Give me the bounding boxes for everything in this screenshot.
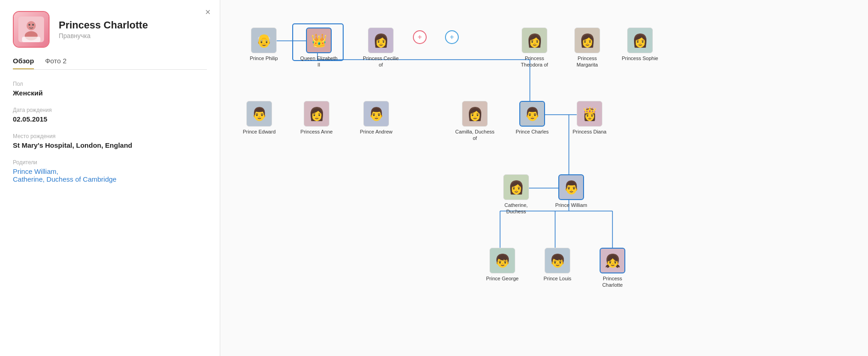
detail-panel: × Princess Charlotte Правнучка Обзор Фот — [0, 0, 220, 356]
tree-node-camilla[interactable]: 👩Camilla, Duchess of — [454, 101, 495, 142]
tree-node-elizabeth[interactable]: 👑Queen Elizabeth II — [298, 28, 339, 68]
svg-point-4 — [28, 24, 30, 26]
tree-node-margarita[interactable]: 👩Princess Margarita — [567, 28, 608, 68]
parent2-link[interactable]: Catherine, Duchess of Cambridge — [13, 175, 207, 183]
node-avatar-theodora: 👩 — [522, 28, 547, 53]
tab-photos[interactable]: Фото 2 — [45, 57, 67, 69]
node-label-louis: Prince Louis — [544, 275, 572, 282]
tree-node-anne[interactable]: 👩Princess Anne — [296, 101, 337, 135]
tree-node-catherine[interactable]: 👩Catherine, Duchess — [495, 174, 537, 215]
svg-rect-3 — [22, 37, 40, 42]
tree-canvas: 👴Prince Philip👑Queen Elizabeth II👩Prince… — [220, 0, 868, 356]
node-label-philip: Prince Philip — [250, 55, 278, 61]
field-birth-date: Дата рождения 02.05.2015 — [13, 107, 207, 123]
tree-node-edward[interactable]: 👨Prince Edward — [239, 101, 280, 135]
node-label-charles: Prince Charles — [516, 128, 549, 135]
tab-overview[interactable]: Обзор — [13, 57, 34, 69]
profile-header: Princess Charlotte Правнучка — [13, 11, 207, 48]
node-label-cecilie: Princess Cecilie of — [361, 55, 401, 68]
tree-node-charlotte[interactable]: 👧Princess Charlotte — [592, 248, 633, 289]
node-label-anne: Princess Anne — [300, 128, 333, 135]
tree-node-theodora[interactable]: 👩Princess Theodora of — [514, 28, 555, 68]
node-label-charlotte: Princess Charlotte — [592, 275, 633, 289]
birth-date-value: 02.05.2015 — [13, 115, 207, 123]
profile-name: Princess Charlotte — [59, 19, 148, 31]
node-label-sophie: Princess Sophie — [622, 55, 658, 61]
svg-point-5 — [32, 24, 34, 26]
node-label-catherine: Catherine, Duchess — [496, 202, 536, 215]
field-birth-place: Место рождения St Mary's Hospital, Londo… — [13, 133, 207, 149]
node-avatar-elizabeth: 👑 — [306, 28, 332, 53]
gender-label: Пол — [13, 81, 207, 87]
parents-label: Родители — [13, 159, 207, 166]
node-avatar-george: 👦 — [490, 248, 515, 273]
node-avatar-william: 👨 — [558, 174, 584, 200]
add-blue[interactable]: + — [445, 30, 459, 44]
node-avatar-anne: 👩 — [304, 101, 329, 127]
close-button[interactable]: × — [205, 7, 211, 17]
node-avatar-charles: 👨 — [519, 101, 545, 127]
birth-place-label: Место рождения — [13, 133, 207, 139]
node-label-theodora: Princess Theodora of — [514, 55, 555, 68]
gender-value: Женский — [13, 89, 207, 97]
svg-point-1 — [27, 21, 36, 30]
node-avatar-philip: 👴 — [251, 28, 277, 53]
node-label-margarita: Princess Margarita — [567, 55, 607, 68]
tree-node-sophie[interactable]: 👩Princess Sophie — [619, 28, 661, 61]
node-avatar-camilla: 👩 — [462, 101, 488, 127]
tree-node-cecilie[interactable]: 👩Princess Cecilie of — [360, 28, 401, 68]
node-avatar-charlotte: 👧 — [600, 248, 625, 273]
tree-node-george[interactable]: 👦Prince George — [482, 248, 523, 282]
node-label-elizabeth: Queen Elizabeth II — [299, 55, 339, 68]
birth-place-value: St Mary's Hospital, London, England — [13, 141, 207, 149]
node-avatar-margarita: 👩 — [574, 28, 600, 53]
tree-node-philip[interactable]: 👴Prince Philip — [243, 28, 284, 61]
tree-node-william[interactable]: 👨Prince William — [551, 174, 592, 208]
tree-node-andrew[interactable]: 👨Prince Andrew — [356, 101, 397, 135]
node-avatar-diana: 👸 — [577, 101, 602, 127]
tabs-bar: Обзор Фото 2 — [13, 57, 207, 70]
node-label-edward: Prince Edward — [243, 128, 276, 135]
field-parents: Родители Prince William, Catherine, Duch… — [13, 159, 207, 183]
profile-name-block: Princess Charlotte Правнучка — [59, 19, 148, 39]
node-avatar-catherine: 👩 — [503, 174, 529, 200]
tree-node-charles[interactable]: 👨Prince Charles — [512, 101, 553, 135]
family-tree-panel: 👴Prince Philip👑Queen Elizabeth II👩Prince… — [220, 0, 868, 356]
node-label-diana: Princess Diana — [573, 128, 606, 135]
profile-subtitle: Правнучка — [59, 32, 148, 39]
profile-avatar — [13, 11, 50, 48]
add-pink[interactable]: + — [413, 30, 427, 44]
node-avatar-louis: 👦 — [545, 248, 570, 273]
node-label-george: Prince George — [486, 275, 519, 282]
birth-date-label: Дата рождения — [13, 107, 207, 113]
node-avatar-sophie: 👩 — [627, 28, 653, 53]
tree-node-diana[interactable]: 👸Princess Diana — [569, 101, 610, 135]
node-avatar-andrew: 👨 — [363, 101, 389, 127]
parent1-link[interactable]: Prince William, — [13, 167, 207, 175]
field-gender: Пол Женский — [13, 81, 207, 97]
tree-node-louis[interactable]: 👦Prince Louis — [537, 248, 578, 282]
node-avatar-edward: 👨 — [246, 101, 272, 127]
node-label-andrew: Prince Andrew — [360, 128, 393, 135]
node-label-william: Prince William — [555, 202, 587, 208]
node-label-camilla: Camilla, Duchess of — [455, 128, 495, 142]
node-avatar-cecilie: 👩 — [368, 28, 394, 53]
